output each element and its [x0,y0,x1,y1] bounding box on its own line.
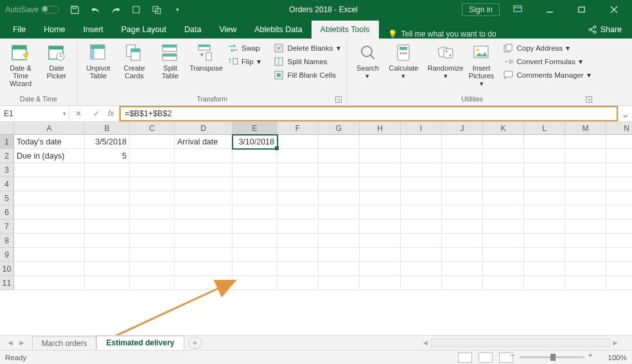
cell[interactable] [14,276,85,290]
cell[interactable] [277,234,319,248]
swap-button[interactable]: Swap [225,42,263,54]
col-header[interactable]: L [524,122,565,135]
cell[interactable] [565,205,606,220]
cell[interactable] [565,177,606,191]
col-header[interactable]: M [565,122,606,135]
cell[interactable] [360,262,401,276]
select-all-corner[interactable] [0,122,14,135]
cell[interactable] [524,248,565,262]
cell[interactable] [401,248,442,262]
sheet-tab-estimated[interactable]: Estimated delivery [96,336,184,351]
cell[interactable] [401,234,442,248]
signin-button[interactable]: Sign in [462,3,500,16]
zoom-value[interactable]: 100% [608,354,627,361]
qat-icon[interactable] [128,2,144,17]
cell[interactable] [233,248,277,262]
tab-ablebits-tools[interactable]: Ablebits Tools [312,21,379,39]
cell[interactable] [277,135,319,149]
save-icon[interactable] [67,2,82,17]
cell[interactable] [14,205,85,220]
cell[interactable] [277,262,319,276]
cell[interactable] [401,205,442,220]
cell[interactable] [565,234,606,248]
cell[interactable] [483,276,524,290]
cell[interactable] [524,205,565,220]
col-header[interactable]: D [175,122,233,135]
cell[interactable] [442,177,483,191]
cell[interactable] [524,163,565,177]
cell[interactable] [277,205,319,220]
cell[interactable] [524,262,565,276]
cell[interactable] [606,177,632,191]
cell[interactable] [442,234,483,248]
cell[interactable] [401,177,442,191]
comments-manager-button[interactable]: Comments Manager ▾ [501,69,593,81]
cell[interactable] [175,177,233,191]
cell[interactable] [401,262,442,276]
cell[interactable] [442,276,483,290]
cell[interactable] [483,220,524,234]
enter-formula-icon[interactable]: ✓ [87,109,105,118]
next-sheet-icon[interactable]: ► [18,338,26,347]
col-header[interactable]: C [130,122,175,135]
cell[interactable] [565,163,606,177]
cell[interactable] [401,191,442,205]
cell[interactable] [606,163,632,177]
cell[interactable] [606,262,632,276]
add-sheet-button[interactable]: ＋ [188,337,202,349]
col-header[interactable]: K [483,122,524,135]
cell[interactable] [277,276,319,290]
cell[interactable] [606,234,632,248]
row-header[interactable]: 10 [0,262,14,276]
fill-blank-button[interactable]: Fill Blank Cells [272,69,343,81]
col-header[interactable]: I [401,122,442,135]
cell[interactable] [483,149,524,163]
split-names-button[interactable]: Split Names [272,56,343,67]
date-picker-button[interactable]: Date Picker [40,41,73,81]
cell[interactable] [360,191,401,205]
cell[interactable] [483,234,524,248]
row-header[interactable]: 11 [0,276,14,290]
cell[interactable] [175,234,233,248]
cell[interactable] [14,163,85,177]
row-header[interactable]: 1 [0,135,14,149]
cell[interactable] [130,262,175,276]
cell[interactable] [606,248,632,262]
cell[interactable] [565,276,606,290]
cell[interactable] [277,248,319,262]
redo-icon[interactable] [108,2,123,17]
cell[interactable] [85,248,130,262]
cell[interactable] [565,248,606,262]
col-header[interactable]: F [277,122,319,135]
cell[interactable] [233,163,277,177]
view-normal-icon[interactable] [458,352,472,363]
cell[interactable] [606,149,632,163]
datetime-wizard-button[interactable]: Date & Time Wizard [4,41,37,89]
split-table-button[interactable]: Split Table [154,41,187,81]
cell[interactable] [483,177,524,191]
cell[interactable] [85,262,130,276]
cell[interactable] [360,276,401,290]
cell[interactable] [14,262,85,276]
minimize-icon[interactable] [536,1,564,19]
cell[interactable] [277,191,319,205]
transpose-button[interactable]: Transpose [189,41,223,73]
maximize-icon[interactable] [568,1,596,19]
copy-address-button[interactable]: Copy Address ▾ [501,42,593,54]
cell[interactable] [401,149,442,163]
ribbon-options-icon[interactable] [504,1,532,19]
row-header[interactable]: 8 [0,234,14,248]
formula-input[interactable]: =$B$1+$B$2 [119,106,618,121]
row-header[interactable]: 9 [0,248,14,262]
cell[interactable] [360,234,401,248]
cell[interactable] [319,220,360,234]
search-button[interactable]: Search▾ [351,41,385,81]
cell[interactable] [565,220,606,234]
undo-icon[interactable] [87,2,103,17]
row-header[interactable]: 3 [0,163,14,177]
cell[interactable] [175,205,233,220]
cell[interactable] [524,234,565,248]
cell[interactable] [524,191,565,205]
qat-customize-icon[interactable]: ▾ [170,2,185,17]
cell[interactable] [85,220,130,234]
